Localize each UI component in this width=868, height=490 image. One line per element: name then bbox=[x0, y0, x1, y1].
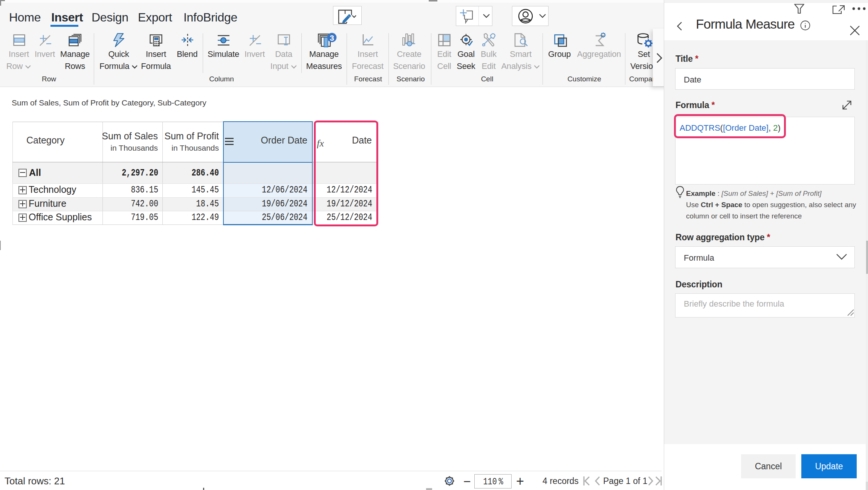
svg-text:3: 3 bbox=[330, 34, 334, 42]
